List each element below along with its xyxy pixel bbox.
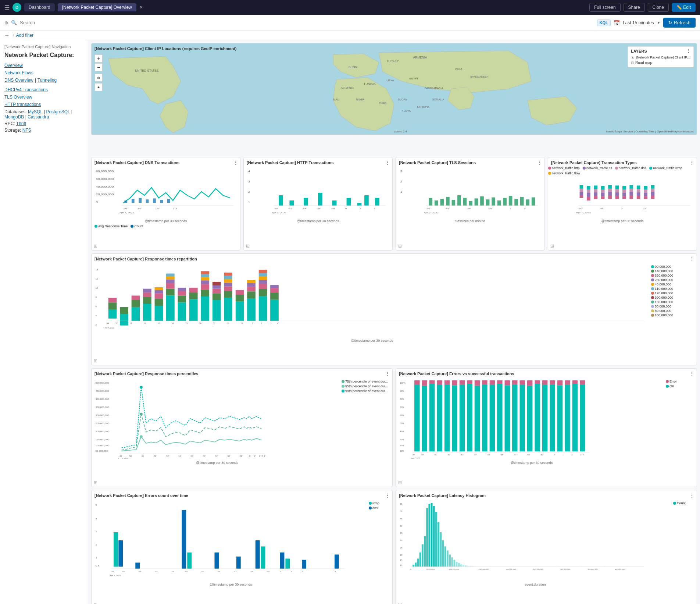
share-button[interactable]: Share — [624, 3, 645, 12]
svg-point-244 — [140, 435, 143, 438]
svg-text:3': 3' — [524, 207, 526, 210]
zoom-out-button[interactable]: − — [94, 63, 103, 71]
search-input[interactable] — [20, 20, 594, 25]
latency-panel-menu[interactable]: ⋮ — [689, 493, 694, 498]
logo: D — [12, 3, 21, 12]
sidebar-storage: Storage: NFS — [4, 128, 83, 133]
refresh-button[interactable]: ↻ Refresh — [663, 18, 696, 28]
svg-rect-164 — [166, 296, 175, 321]
errors-success-panel-menu[interactable]: ⋮ — [689, 371, 694, 377]
errors-count-panel-menu[interactable]: ⋮ — [385, 493, 390, 498]
svg-rect-281 — [444, 380, 450, 384]
svg-rect-383 — [413, 565, 414, 567]
filter-back-icon[interactable]: ← — [4, 32, 10, 38]
edit-button[interactable]: ✏️ Edit — [672, 3, 696, 12]
svg-text::53': :53' — [157, 322, 160, 324]
trans-types-legend: network_traffic.http network_traffic.tls… — [548, 166, 689, 175]
percentiles-panel-menu[interactable]: ⋮ — [385, 371, 390, 377]
svg-rect-308 — [542, 385, 547, 451]
dns-grid-icon[interactable]: ⊞ — [94, 244, 97, 249]
calendar-icon[interactable]: 📅 — [614, 20, 620, 26]
refresh-icon: ↻ — [668, 20, 672, 25]
svg-rect-115 — [622, 193, 626, 196]
fullscreen-button[interactable]: Full screen — [589, 3, 621, 12]
response-times-grid-icon[interactable]: ⊞ — [94, 358, 97, 363]
sidebar-link-http[interactable]: HTTP transactions — [4, 102, 83, 107]
trans-types-grid-icon[interactable]: ⊞ — [550, 244, 554, 249]
sidebar-link-mysql[interactable]: MySQL — [28, 109, 43, 114]
svg-text::50': :50' — [122, 570, 125, 572]
percentiles-panel-title: [Network Packet Capture] Response times … — [94, 372, 389, 376]
http-panel-menu[interactable]: ⋮ — [385, 160, 390, 166]
svg-text:4': 4' — [582, 454, 584, 456]
tab-close-icon[interactable]: ✕ — [139, 5, 143, 10]
zoom-in-button[interactable]: + — [94, 54, 103, 63]
time-range-dropdown[interactable]: Last 15 minutes — [623, 20, 654, 25]
sidebar-link-nfs[interactable]: NFS — [22, 128, 31, 133]
sidebar-link-postgresql[interactable]: PostgreSQL — [46, 109, 70, 114]
svg-text:LIBYA: LIBYA — [386, 79, 394, 82]
svg-text:60%: 60% — [400, 414, 404, 416]
sidebar-link-network-flows[interactable]: Network Flows — [4, 70, 83, 75]
search-expand-icon[interactable]: ⊕ — [4, 20, 8, 25]
svg-rect-276 — [422, 386, 427, 451]
svg-rect-344 — [118, 540, 123, 567]
sidebar-link-mongodb[interactable]: MongoDB — [4, 114, 24, 120]
svg-rect-131 — [651, 192, 655, 195]
svg-rect-156 — [143, 297, 151, 304]
svg-text:10: 10 — [400, 564, 403, 566]
sidebar-link-overview[interactable]: Overview — [4, 63, 83, 68]
layers-button[interactable]: ✦ — [94, 83, 103, 91]
add-filter-button[interactable]: + Add filter — [12, 33, 33, 38]
errors-count-grid-icon[interactable]: ⊞ — [94, 602, 97, 604]
svg-rect-200 — [247, 292, 256, 299]
tls-grid-icon[interactable]: ⊞ — [398, 244, 402, 249]
charts-row-4: [Network Packet Capture] Errors count ov… — [91, 490, 697, 604]
clone-button[interactable]: Clone — [648, 3, 669, 12]
latency-grid-icon[interactable]: ⊞ — [398, 602, 402, 604]
errors-count-panel-title: [Network Packet Capture] Errors count ov… — [94, 493, 389, 498]
response-times-panel-menu[interactable]: ⋮ — [689, 256, 694, 262]
tab-network-packet-capture[interactable]: [Network Packet Capture] Overview — [58, 3, 136, 11]
svg-rect-151 — [120, 307, 128, 314]
svg-rect-172 — [178, 291, 186, 296]
svg-text::55': :55' — [488, 454, 490, 456]
sidebar-link-thrift[interactable]: Thrift — [16, 121, 26, 126]
percentiles-grid-icon[interactable]: ⊞ — [94, 480, 97, 485]
svg-rect-44 — [318, 193, 322, 206]
layers-menu-icon[interactable]: ⋮ — [686, 49, 690, 54]
filter-bar: ← + Add filter — [0, 31, 700, 40]
http-grid-icon[interactable]: ⊞ — [246, 244, 250, 249]
svg-rect-205 — [259, 289, 267, 296]
svg-rect-126 — [644, 196, 647, 199]
sidebar-link-dns-overview[interactable]: DNS Overview — [4, 78, 33, 83]
svg-rect-279 — [437, 380, 442, 385]
svg-text:12: 12 — [96, 277, 99, 280]
svg-text:Apr 7, 2022: Apr 7, 2022 — [411, 458, 421, 459]
tab-dashboard[interactable]: Dashboard — [24, 3, 55, 11]
sidebar-link-tunneling[interactable]: Tunneling — [38, 78, 57, 83]
tls-panel-menu[interactable]: ⋮ — [537, 160, 542, 166]
location-button[interactable]: ⊕ — [94, 74, 103, 82]
svg-rect-128 — [644, 190, 647, 193]
kql-badge[interactable]: KQL — [597, 19, 611, 26]
time-range-chevron-icon[interactable]: ▼ — [657, 21, 661, 25]
map-layers-title: LAYERS ⋮ — [631, 49, 690, 54]
dns-panel-menu[interactable]: ⋮ — [233, 160, 238, 166]
svg-rect-41 — [279, 195, 283, 206]
svg-text:Apr 7, 2022: Apr 7, 2022 — [110, 574, 121, 576]
svg-rect-315 — [572, 380, 578, 384]
response-times-content: 14 12 10 8 6 4 2 — [94, 263, 694, 342]
svg-text:2': 2' — [302, 570, 303, 572]
svg-rect-90 — [580, 195, 583, 198]
sidebar-link-dhcp[interactable]: DHCPv4 Transactions — [4, 87, 83, 92]
sidebar-link-cassandra[interactable]: Cassandra — [28, 114, 49, 120]
svg-rect-286 — [460, 385, 465, 451]
svg-rect-190 — [224, 291, 232, 298]
trans-types-panel-menu[interactable]: ⋮ — [689, 160, 694, 166]
svg-rect-111 — [615, 192, 619, 196]
hamburger-icon[interactable]: ☰ — [4, 4, 10, 11]
sidebar-link-tls[interactable]: TLS Overview — [4, 95, 83, 100]
svg-text:1': 1' — [510, 207, 512, 210]
errors-success-grid-icon[interactable]: ⊞ — [398, 480, 402, 485]
